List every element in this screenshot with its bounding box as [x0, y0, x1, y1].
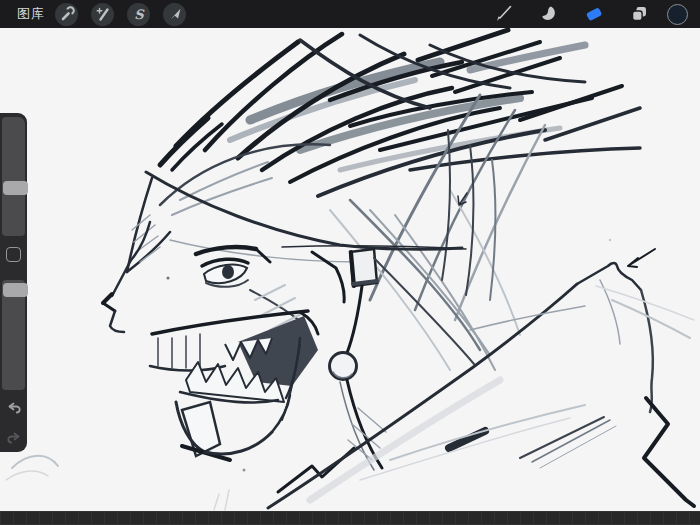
brush-sidebar [0, 113, 27, 452]
redo-icon [5, 431, 23, 447]
artwork-skull-face [103, 222, 318, 460]
brush-opacity-handle[interactable] [3, 283, 28, 297]
smudge-tool-button[interactable] [532, 0, 566, 28]
brush-size-slider[interactable] [2, 117, 25, 236]
artwork-hair-spikes [160, 30, 640, 196]
drawing-canvas[interactable] [0, 28, 700, 511]
undo-button[interactable] [0, 401, 27, 417]
off-canvas-area [0, 511, 700, 525]
artwork-collar [268, 263, 694, 508]
smudge-icon [539, 4, 559, 24]
procreate-window: 图库 S [0, 0, 700, 525]
brush-icon [494, 4, 514, 24]
svg-text:S: S [134, 7, 145, 22]
brush-size-handle[interactable] [3, 181, 28, 195]
modify-button[interactable] [6, 247, 21, 262]
top-toolbar: 图库 S [0, 0, 700, 28]
undo-icon [5, 401, 23, 417]
selection-s-icon: S [131, 6, 147, 22]
layers-button[interactable] [622, 0, 656, 28]
left-tool-group: S [55, 3, 199, 26]
artwork-stray-marks [6, 193, 655, 510]
magic-wand-icon [95, 6, 111, 22]
eraser-icon [583, 4, 605, 24]
transform-arrow-icon [167, 6, 183, 22]
active-color-swatch[interactable] [667, 4, 688, 25]
brush-tool-button[interactable] [487, 0, 521, 28]
layers-icon [629, 4, 649, 24]
redo-button[interactable] [0, 431, 27, 447]
right-tool-group [487, 0, 700, 28]
transform-button[interactable] [163, 3, 186, 26]
eraser-tool-button[interactable] [577, 0, 611, 28]
wrench-icon [59, 6, 75, 22]
brush-opacity-slider[interactable] [2, 280, 25, 390]
canvas-artwork [0, 28, 700, 511]
selection-button[interactable]: S [127, 3, 150, 26]
adjustments-button[interactable] [91, 3, 114, 26]
gallery-button[interactable]: 图库 [0, 5, 55, 23]
actions-button[interactable] [55, 3, 78, 26]
